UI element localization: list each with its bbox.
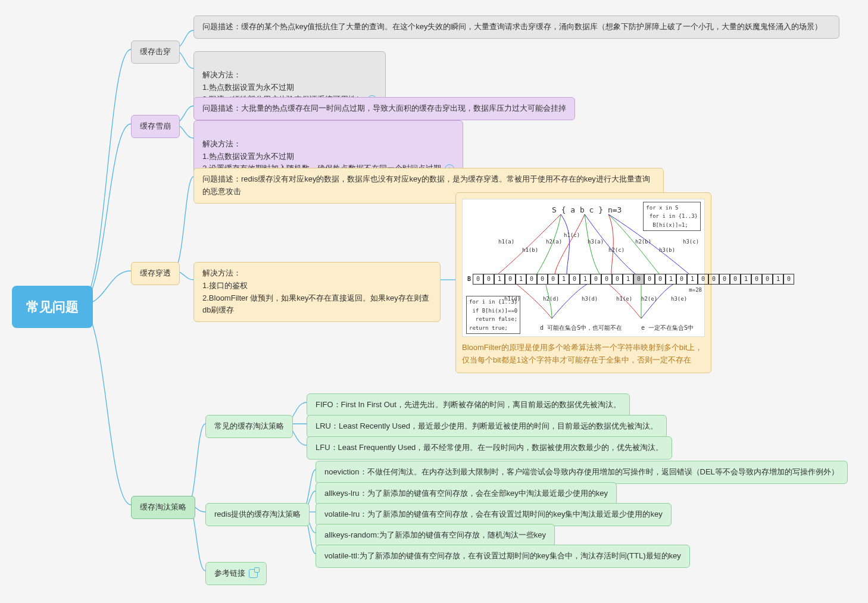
bloom-h1a: h1(a) [498, 238, 514, 246]
node-redis-evict[interactable]: redis提供的缓存淘汰策略 [205, 503, 310, 526]
bloom-h2c: h2(c) [608, 246, 625, 254]
bloom-set-label: S { a b c } n=3 [552, 204, 622, 217]
node-volatile-ttl[interactable]: volatile-ttl:为了新添加的键值有空间存放，在有设置过期时间的key集… [316, 545, 690, 568]
bloom-e-note: e 一定不在集合S中 [641, 323, 694, 333]
bloom-h3b: h3(b) [659, 246, 675, 254]
node-volatile-lru[interactable]: volatile-lru：为了新添加的键值有空间存放，会在有设置过期时间的key… [316, 503, 672, 526]
link-icon[interactable] [249, 569, 258, 578]
node-reference-link[interactable]: 参考链接 [205, 562, 267, 585]
bloom-code2: for i in {1..3} if B[hi(x)]==0 return fa… [466, 296, 520, 334]
bloom-h3c: h3(c) [683, 238, 699, 246]
bloom-h2e: h2(e) [641, 295, 657, 303]
node-fifo[interactable]: FIFO：First In First Out，先进先出。判断被存储的时间，离目… [307, 393, 630, 417]
reference-text: 参考链接 [214, 568, 245, 577]
bloom-bit-array: B001010001010001000101000010010 [467, 274, 794, 285]
bloom-h2d: h2(d) [543, 295, 559, 303]
node-bloomfilter[interactable]: S { a b c } n=3 for x in S for i in {1..… [455, 192, 711, 373]
bloomfilter-caption: BloomFilter的原理是使用多个哈希算法将一个字符串映射到多个bit上，仅… [462, 342, 705, 367]
node-cache-avalanche[interactable]: 缓存雪崩 [131, 115, 180, 138]
node-allkeys-lru[interactable]: allkeys-lru：为了新添加的键值有空间存放，会在全部key中淘汰最近最少… [316, 482, 617, 505]
bloom-h3e: h3(e) [671, 295, 687, 303]
mindmap-canvas: 常见问题 缓存击穿 问题描述：缓存的某个热点key值抵抗住了大量的查询。在这个k… [0, 0, 868, 603]
bloom-h1e: h1(e) [616, 295, 632, 303]
bloom-h2a: h2(a) [546, 238, 562, 246]
root-node[interactable]: 常见问题 [12, 286, 93, 328]
node-lfu[interactable]: LFU：Least Frequently Used，最不经常使用。在一段时间内，… [307, 436, 672, 460]
bloom-d-note: d 可能在集合S中，也可能不在 [540, 323, 622, 333]
node-common-evict[interactable]: 常见的缓存淘汰策略 [205, 415, 293, 438]
node-breakdown-desc[interactable]: 问题描述：缓存的某个热点key值抵抗住了大量的查询。在这个key失效的瞬间，大量… [193, 15, 839, 39]
bloom-code1: for x in S for i in {1..3} B[hi(x)]=1; [643, 202, 701, 231]
bloom-h1b: h1(b) [522, 246, 538, 254]
node-noeviction[interactable]: noeviction：不做任何淘汰。在内存达到最大限制时，客户端尝试会导致内存使… [316, 461, 848, 484]
bloom-h3d: h3(d) [582, 295, 598, 303]
bloom-h3a: h3(a) [588, 238, 604, 246]
node-cache-breakdown[interactable]: 缓存击穿 [131, 40, 180, 64]
node-allkeys-random[interactable]: allkeys-random:为了新添加的键值有空间存放，随机淘汰一些key [316, 524, 555, 547]
bloom-m: m=28 [689, 286, 702, 294]
node-cache-penetrate[interactable]: 缓存穿透 [131, 262, 180, 285]
bloomfilter-diagram: S { a b c } n=3 for x in S for i in {1..… [462, 199, 705, 337]
bloom-h2b: h2(b) [635, 238, 651, 246]
node-cache-eviction[interactable]: 缓存淘汰策略 [131, 496, 195, 519]
node-lru[interactable]: LRU：Least Recently Used，最近最少使用。判断最近被使用的时… [307, 415, 667, 438]
node-penetrate-solve[interactable]: 解决方法： 1.接口的鉴权 2.BloomFilter 做预判，如果key不存在… [193, 262, 441, 322]
node-avalanche-desc[interactable]: 问题描述：大批量的热点缓存在同一时间点过期，导致大面积的缓存击穿出现，数据库压力… [193, 97, 575, 120]
bloom-h1c: h1(c) [564, 231, 580, 239]
